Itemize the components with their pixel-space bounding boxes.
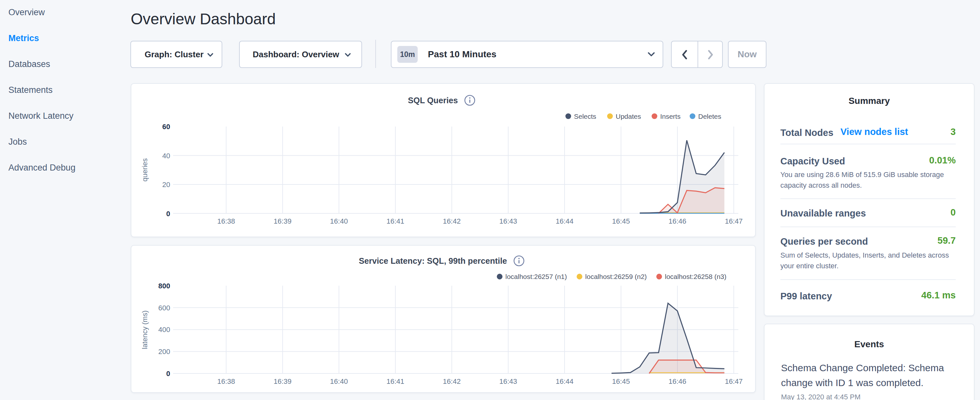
svg-text:16:41: 16:41 — [386, 377, 404, 386]
svg-text:16:38: 16:38 — [217, 377, 235, 386]
svg-text:16:39: 16:39 — [274, 377, 291, 386]
svg-text:16:40: 16:40 — [330, 377, 348, 386]
svg-text:600: 600 — [158, 304, 170, 312]
svg-text:16:43: 16:43 — [499, 377, 517, 386]
svg-text:40: 40 — [162, 152, 170, 160]
svg-text:localhost:26259 (n2): localhost:26259 (n2) — [585, 273, 647, 280]
svg-text:0: 0 — [166, 210, 170, 218]
svg-text:16:46: 16:46 — [668, 377, 686, 386]
svg-text:16:45: 16:45 — [612, 377, 630, 386]
svg-text:Updates: Updates — [616, 113, 641, 120]
svg-text:Inserts: Inserts — [660, 113, 680, 120]
svg-text:queries: queries — [141, 158, 149, 182]
svg-text:16:44: 16:44 — [555, 377, 573, 386]
svg-text:16:40: 16:40 — [330, 217, 348, 225]
svg-text:16:46: 16:46 — [668, 217, 686, 225]
svg-text:16:44: 16:44 — [555, 217, 573, 225]
svg-text:16:47: 16:47 — [725, 217, 743, 225]
svg-text:16:42: 16:42 — [443, 377, 461, 386]
svg-text:Deletes: Deletes — [698, 113, 721, 120]
svg-text:latency (ms): latency (ms) — [141, 310, 149, 349]
svg-text:16:47: 16:47 — [725, 377, 743, 386]
svg-text:20: 20 — [162, 180, 170, 189]
svg-text:16:43: 16:43 — [499, 217, 517, 225]
svg-text:200: 200 — [158, 347, 170, 356]
svg-text:16:42: 16:42 — [443, 217, 461, 225]
svg-text:localhost:26257 (n1): localhost:26257 (n1) — [505, 273, 567, 280]
svg-text:800: 800 — [158, 282, 170, 290]
svg-text:16:39: 16:39 — [274, 217, 291, 225]
svg-text:400: 400 — [158, 325, 170, 334]
svg-text:localhost:26258 (n3): localhost:26258 (n3) — [665, 273, 726, 280]
svg-text:16:45: 16:45 — [612, 217, 630, 225]
svg-text:Selects: Selects — [574, 113, 596, 120]
svg-text:60: 60 — [162, 123, 170, 131]
svg-text:16:41: 16:41 — [386, 217, 404, 225]
svg-text:0: 0 — [166, 370, 170, 378]
svg-text:16:38: 16:38 — [217, 217, 235, 225]
